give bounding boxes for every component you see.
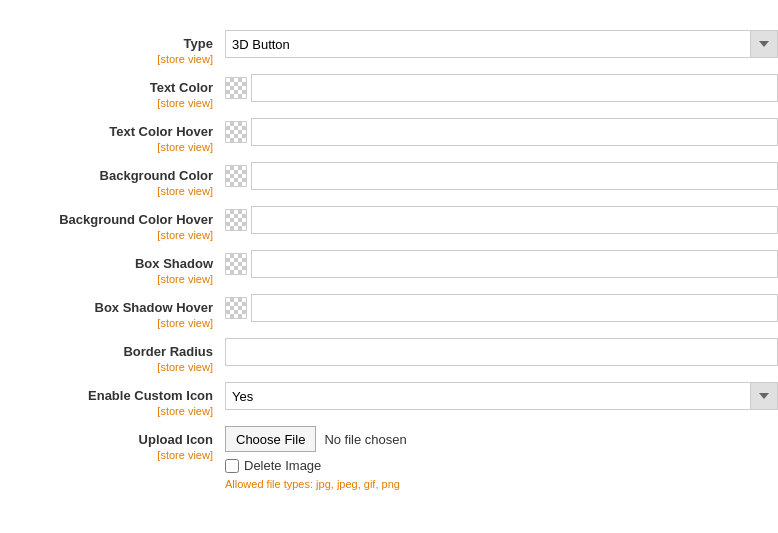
border-radius-input[interactable] [225,338,778,366]
type-select-wrapper: 3D Button Flat Button Outline Button [225,30,778,58]
bg-color-store-view: [store view] [40,185,213,197]
text-color-label: Text Color [40,80,213,97]
text-color-swatch[interactable] [225,77,247,99]
box-shadow-label-col: Box Shadow [store view] [40,250,225,285]
box-shadow-hover-row: Box Shadow Hover [store view] [40,294,778,330]
upload-extra: Choose File No file chosen Delete Image … [225,426,407,490]
bg-color-hover-row: Background Color Hover [store view] [40,206,778,242]
text-color-hover-row: Text Color Hover [store view] [40,118,778,154]
text-color-hover-store-view: [store view] [40,141,213,153]
text-color-label-col: Text Color [store view] [40,74,225,109]
upload-icon-label: Upload Icon [40,432,213,449]
box-shadow-hover-input-wrapper [225,294,778,322]
box-shadow-input-wrapper [225,250,778,278]
text-color-hover-input-wrapper [225,118,778,146]
box-shadow-control [225,250,778,278]
type-store-view: [store view] [40,53,213,65]
no-file-text: No file chosen [324,432,406,447]
allowed-types-text: Allowed file types: jpg, jpeg, gif, png [225,478,407,490]
delete-image-label: Delete Image [244,458,321,473]
bg-color-input[interactable] [251,162,778,190]
border-radius-row: Border Radius [store view] [40,338,778,374]
enable-custom-icon-select[interactable]: Yes No [225,382,778,410]
box-shadow-hover-label-col: Box Shadow Hover [store view] [40,294,225,329]
box-shadow-hover-swatch[interactable] [225,297,247,319]
text-color-hover-control [225,118,778,146]
box-shadow-hover-label: Box Shadow Hover [40,300,213,317]
type-label: Type [40,36,213,53]
upload-icon-store-view: [store view] [40,449,213,461]
bg-color-row: Background Color [store view] [40,162,778,198]
text-color-input-wrapper [225,74,778,102]
upload-icon-row: Upload Icon [store view] Choose File No … [40,426,778,490]
bg-color-hover-store-view: [store view] [40,229,213,241]
bg-color-hover-input-wrapper [225,206,778,234]
text-color-hover-input[interactable] [251,118,778,146]
enable-custom-icon-label: Enable Custom Icon [40,388,213,405]
type-select[interactable]: 3D Button Flat Button Outline Button [225,30,778,58]
box-shadow-store-view: [store view] [40,273,213,285]
text-color-hover-swatch[interactable] [225,121,247,143]
bg-color-hover-control [225,206,778,234]
text-color-row: Text Color [store view] [40,74,778,110]
bg-color-input-wrapper [225,162,778,190]
box-shadow-row: Box Shadow [store view] [40,250,778,286]
border-radius-control [225,338,778,366]
type-row: Type [store view] 3D Button Flat Button … [40,30,778,66]
text-color-hover-label: Text Color Hover [40,124,213,141]
border-radius-label-col: Border Radius [store view] [40,338,225,373]
text-color-hover-label-col: Text Color Hover [store view] [40,118,225,153]
box-shadow-hover-control [225,294,778,322]
bg-color-label: Background Color [40,168,213,185]
bg-color-hover-label-col: Background Color Hover [store view] [40,206,225,241]
enable-custom-icon-control: Yes No [225,382,778,410]
bg-color-hover-label: Background Color Hover [40,212,213,229]
choose-file-button[interactable]: Choose File [225,426,316,452]
box-shadow-label: Box Shadow [40,256,213,273]
enable-custom-icon-label-col: Enable Custom Icon [store view] [40,382,225,417]
enable-custom-icon-store-view: [store view] [40,405,213,417]
file-input-row: Choose File No file chosen [225,426,407,452]
enable-custom-icon-row: Enable Custom Icon [store view] Yes No [40,382,778,418]
bg-color-hover-swatch[interactable] [225,209,247,231]
text-color-store-view: [store view] [40,97,213,109]
border-radius-label: Border Radius [40,344,213,361]
bg-color-swatch[interactable] [225,165,247,187]
text-color-control [225,74,778,102]
box-shadow-swatch[interactable] [225,253,247,275]
bg-color-hover-input[interactable] [251,206,778,234]
form-container: Type [store view] 3D Button Flat Button … [20,20,778,508]
box-shadow-input[interactable] [251,250,778,278]
delete-image-row: Delete Image [225,458,407,473]
bg-color-control [225,162,778,190]
upload-icon-control: Choose File No file chosen Delete Image … [225,426,778,490]
box-shadow-hover-input[interactable] [251,294,778,322]
text-color-input[interactable] [251,74,778,102]
delete-image-checkbox[interactable] [225,459,239,473]
enable-custom-icon-select-wrapper: Yes No [225,382,778,410]
border-radius-store-view: [store view] [40,361,213,373]
box-shadow-hover-store-view: [store view] [40,317,213,329]
upload-icon-label-col: Upload Icon [store view] [40,426,225,461]
type-label-col: Type [store view] [40,30,225,65]
bg-color-label-col: Background Color [store view] [40,162,225,197]
type-control: 3D Button Flat Button Outline Button [225,30,778,58]
